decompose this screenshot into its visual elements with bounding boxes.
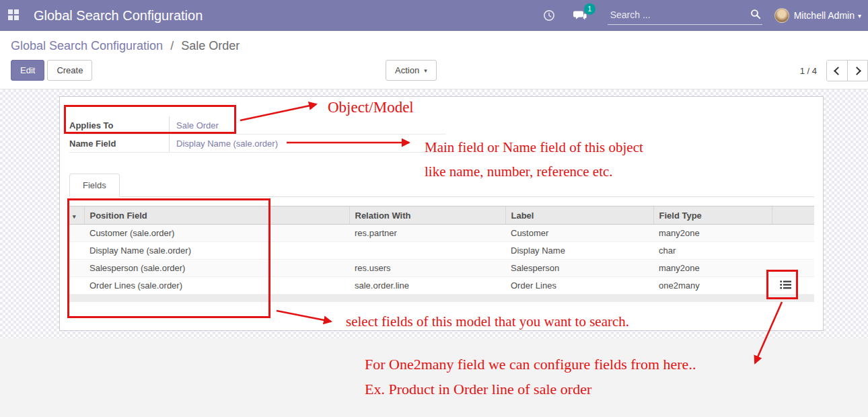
cell-label: Customer xyxy=(505,225,653,242)
field-row-applies-to: Applies To Sale Order xyxy=(69,116,446,135)
action-dropdown-button[interactable]: Action ▾ xyxy=(386,60,437,81)
expand-caret-icon[interactable]: ▾ xyxy=(73,213,76,220)
table-footer-strip xyxy=(69,295,814,302)
name-field-label: Name Field xyxy=(69,139,169,149)
applies-to-label: Applies To xyxy=(69,120,169,130)
table-row[interactable]: Order Lines (sale.order) sale.order.line… xyxy=(69,277,814,295)
table-row[interactable]: Display Name (sale.order) Display Name c… xyxy=(69,242,814,260)
action-label: Action xyxy=(395,65,419,75)
breadcrumb: Global Search Configuration / Sale Order xyxy=(11,39,240,53)
chevron-left-icon xyxy=(834,67,842,75)
cell-position-field: Order Lines (sale.order) xyxy=(84,277,349,295)
cell-label: Salesperson xyxy=(505,260,653,277)
cell-relation-with: sale.order.line xyxy=(349,277,505,295)
action-caret-icon: ▾ xyxy=(424,67,427,74)
annotation-one2many-line2: Ex. Product in Order line of sale order xyxy=(365,377,696,402)
cell-relation-with xyxy=(349,242,505,260)
pager-count: 1 / 4 xyxy=(800,66,817,76)
field-group: Applies To Sale Order Name Field Display… xyxy=(69,116,446,153)
notebook-tabs: Fields xyxy=(69,174,814,197)
table-row[interactable]: Customer (sale.order) res.partner Custom… xyxy=(69,225,814,242)
name-field-value[interactable]: Display Name (sale.order) xyxy=(169,135,446,152)
form-sheet: Applies To Sale Order Name Field Display… xyxy=(59,96,824,331)
pager-previous-button[interactable] xyxy=(827,61,847,81)
breadcrumb-separator: / xyxy=(170,39,174,52)
one2many-config-list-icon[interactable] xyxy=(780,280,791,290)
apps-menu-icon[interactable] xyxy=(8,9,20,22)
activities-clock-icon[interactable] xyxy=(538,9,560,22)
cell-relation-with: res.partner xyxy=(349,225,505,242)
breadcrumb-parent-link[interactable]: Global Search Configuration xyxy=(11,39,163,52)
fields-table: ▾ Position Field Relation With Label Fie… xyxy=(69,206,814,302)
table-header-row: ▾ Position Field Relation With Label Fie… xyxy=(69,206,814,225)
annotation-one2many: For One2many field we can configure fiel… xyxy=(365,352,696,402)
cell-position-field: Customer (sale.order) xyxy=(84,225,349,242)
user-avatar[interactable] xyxy=(774,8,789,23)
col-header-field-type[interactable]: Field Type xyxy=(653,206,772,225)
messages-icon[interactable]: 1 xyxy=(569,9,591,22)
cell-field-type: many2one xyxy=(653,225,772,242)
col-header-relation-with[interactable]: Relation With xyxy=(349,206,505,225)
form-view-background: Applies To Sale Order Name Field Display… xyxy=(0,89,868,338)
cell-position-field: Salesperson (sale.order) xyxy=(84,260,349,277)
cell-relation-with: res.users xyxy=(349,260,505,277)
cell-field-type: char xyxy=(653,242,772,260)
global-search-input[interactable] xyxy=(608,7,762,25)
cell-field-type: one2many xyxy=(653,277,772,295)
control-panel: Global Search Configuration / Sale Order… xyxy=(0,31,868,89)
app-title: Global Search Configuration xyxy=(34,8,203,24)
table-row[interactable]: Salesperson (sale.order) res.users Sales… xyxy=(69,260,814,277)
top-navbar: Global Search Configuration 1 xyxy=(0,0,868,31)
search-icon[interactable] xyxy=(750,9,761,22)
col-header-empty xyxy=(772,206,814,225)
col-header-position-field[interactable]: Position Field xyxy=(84,206,349,225)
tab-fields[interactable]: Fields xyxy=(69,174,120,197)
annotation-one2many-line1: For One2many field we can configure fiel… xyxy=(365,352,696,377)
chevron-right-icon xyxy=(853,67,861,75)
user-menu-caret-icon[interactable]: ▾ xyxy=(858,12,861,20)
cell-label: Order Lines xyxy=(505,277,653,295)
edit-button[interactable]: Edit xyxy=(11,60,44,81)
create-button[interactable]: Create xyxy=(47,60,92,81)
cell-field-type: many2one xyxy=(653,260,772,277)
col-header-label[interactable]: Label xyxy=(505,206,653,225)
user-menu[interactable]: Mitchell Admin xyxy=(794,10,855,21)
field-row-name-field: Name Field Display Name (sale.order) xyxy=(69,135,446,153)
breadcrumb-current: Sale Order xyxy=(181,39,240,52)
applies-to-value[interactable]: Sale Order xyxy=(169,116,446,134)
pager-next-button[interactable] xyxy=(847,61,867,81)
messages-count-badge: 1 xyxy=(584,3,595,15)
cell-position-field: Display Name (sale.order) xyxy=(84,242,349,260)
cell-label: Display Name xyxy=(505,242,653,260)
